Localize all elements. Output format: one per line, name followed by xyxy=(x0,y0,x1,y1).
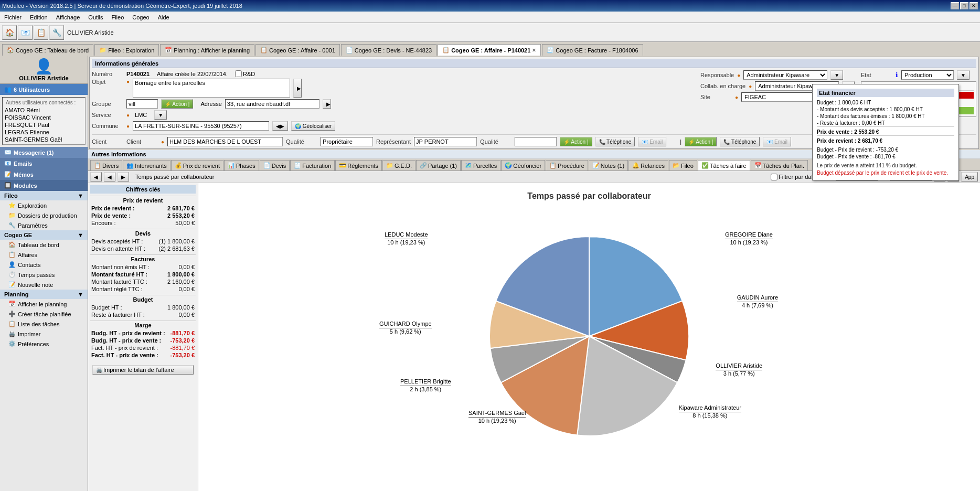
btn-action[interactable]: ⚡ Action | xyxy=(161,99,193,109)
sidebar-item-afficher-planning[interactable]: 📅Afficher le planning xyxy=(0,299,88,309)
sub-tab-notes[interactable]: 📝Notes (1) xyxy=(589,160,628,170)
btn-nav-left[interactable]: ◀ xyxy=(90,172,102,182)
sidebar-emails[interactable]: 📧 Emails xyxy=(0,158,88,169)
sidebar-item-liste-taches[interactable]: 📋Liste des tâches xyxy=(0,319,88,329)
sidebar-messaging[interactable]: ✉️ Messagerie (1) xyxy=(0,147,88,158)
sidebar-item-preferences[interactable]: ⚙️Préférences xyxy=(0,339,88,349)
montant-regle-row: Montant réglé TTC : 0,00 € xyxy=(90,285,196,293)
input-groupe[interactable] xyxy=(126,99,158,109)
btn-nav-prev[interactable]: ◀ xyxy=(104,172,115,182)
input-representant[interactable] xyxy=(414,137,477,146)
menu-affichage[interactable]: Affichage xyxy=(52,13,84,22)
maximize-button[interactable]: □ xyxy=(960,2,968,9)
sidebar-item-tableau-de-bord[interactable]: 🏠Tableau de bord xyxy=(0,240,88,250)
btn-client-action[interactable]: ⚡ Action | xyxy=(560,137,592,146)
label-service: Service xyxy=(92,112,123,118)
btn-objet-expand[interactable]: ▶ xyxy=(293,79,302,98)
sub-tab-divers[interactable]: 📋Divers xyxy=(90,160,122,170)
toolbar-btn-4[interactable]: 🔧 xyxy=(49,25,64,40)
sidebar-planning-group[interactable]: Planning ▼ xyxy=(0,290,88,299)
sub-tab-relances[interactable]: 🔔Relances xyxy=(629,160,668,170)
btn-commune[interactable]: ◀▶ xyxy=(272,121,288,131)
menu-edition[interactable]: Edition xyxy=(26,13,52,22)
rd-checkbox[interactable] xyxy=(235,70,242,77)
sub-tab-facturation[interactable]: 🧾Facturation xyxy=(290,160,335,170)
tab-affaire-0001[interactable]: 📋Cogeo GE : Affaire - 0001 xyxy=(255,44,340,56)
minimize-button[interactable]: — xyxy=(951,2,959,9)
btn-client-email[interactable]: 📧 Email xyxy=(638,137,666,146)
tab-planning[interactable]: 📅Planning : Afficher le planning xyxy=(160,44,254,56)
close-button[interactable]: ✕ xyxy=(970,2,978,9)
tab-exploration[interactable]: 📁Fileo : Exploration xyxy=(94,44,159,56)
sub-tab-geofoncier[interactable]: 🌍Géofoncier xyxy=(501,160,545,170)
btn-service[interactable]: ▼ xyxy=(154,110,167,120)
sub-tab-reglements[interactable]: 💳Règlements xyxy=(335,160,382,170)
btn-adresse-expand[interactable]: ▶ xyxy=(323,99,331,109)
select-responsable[interactable]: Administrateur Kipaware xyxy=(743,70,827,80)
sidebar-item-nouvelle-note[interactable]: 📝Nouvelle note xyxy=(0,280,88,290)
filter-date-checkbox[interactable] xyxy=(771,174,777,180)
tab-facture[interactable]: 🧾Cogeo GE : Facture - F1804006 xyxy=(542,44,643,56)
sidebar-memos[interactable]: 📝 Mémos xyxy=(0,169,88,180)
sub-tab-fileo[interactable]: 📂Fileo xyxy=(669,160,697,170)
sub-tab-devis[interactable]: 📄Devis xyxy=(260,160,290,170)
toolbar-btn-1[interactable]: 🏠 xyxy=(2,25,17,40)
btn-rep-telephone[interactable]: 📞 Téléphone xyxy=(720,137,760,146)
input-objet[interactable]: Bornage entre les parcelles xyxy=(133,79,290,98)
sub-tab-procedure[interactable]: 📋Procédure xyxy=(546,160,588,170)
btn-etat-expand[interactable]: ▼ xyxy=(957,70,970,80)
sidebar-item-creer-tache[interactable]: ➕Créer tâche planifiée xyxy=(0,309,88,319)
sidebar-users-section[interactable]: 👥 6 Utilisateurs xyxy=(0,84,88,95)
sidebar-item-exploration[interactable]: ⭐Exploration xyxy=(0,200,88,210)
sub-tab-taches-plan[interactable]: 📅Tâches du Plan. xyxy=(751,160,808,170)
btn-rep-action[interactable]: ⚡ Action | xyxy=(685,137,717,146)
menu-fileo[interactable]: Fileo xyxy=(107,13,128,22)
input-client[interactable] xyxy=(167,137,283,146)
sidebar-item-parametres[interactable]: 🔧Paramètres xyxy=(0,220,88,230)
sidebar-item-affaires[interactable]: 📋Affaires xyxy=(0,250,88,260)
btn-nav-next[interactable]: ▶ xyxy=(118,172,129,182)
menu-cogeo[interactable]: Cogeo xyxy=(128,13,153,22)
sidebar-fileo-group[interactable]: Fileo ▼ xyxy=(0,191,88,200)
btn-client-telephone[interactable]: 📞 Téléphone xyxy=(595,137,635,146)
input-qualite[interactable] xyxy=(321,137,373,146)
prix-revient-row: Prix de revient : 2 681,70 € xyxy=(90,205,196,212)
tab-close-icon[interactable]: ✕ xyxy=(532,48,536,53)
sub-tab-intervenants[interactable]: 👥Intervenants xyxy=(123,160,171,170)
form-row-numero: Numéro P140021 Affaire créée le 22/07/20… xyxy=(92,70,697,77)
sub-tab-prix-de-revient[interactable]: 💰Prix de revient xyxy=(171,160,223,170)
tab-devis[interactable]: 📄Cogeo GE : Devis - NE-44823 xyxy=(341,44,436,56)
sub-tab-taches-faire[interactable]: ✅Tâches à faire xyxy=(698,160,750,170)
sidebar-item-imprimer[interactable]: 🖨️Imprimer xyxy=(0,329,88,339)
montant-facture-row: Montant facturé HT : 1 800,00 € xyxy=(90,271,196,278)
sidebar-item-contacts[interactable]: 👤Contacts xyxy=(0,260,88,270)
input-adresse[interactable] xyxy=(225,99,319,109)
sub-tab-ged[interactable]: 📁G.E.D. xyxy=(382,160,416,170)
tab-affaire-p140021[interactable]: 📋Cogeo GE : Affaire - P140021 ✕ xyxy=(438,44,541,56)
sidebar-modules[interactable]: 🔲 Modules xyxy=(0,180,88,191)
btn-rep-email[interactable]: 📧 Email xyxy=(763,137,791,146)
input-qualite2[interactable] xyxy=(515,137,557,146)
sidebar-item-dossiers[interactable]: 📁Dossiers de production xyxy=(0,210,88,220)
sidebar-cogeo-group[interactable]: Cogeo GE ▼ xyxy=(0,230,88,240)
menu-fichier[interactable]: Fichier xyxy=(0,13,26,22)
btn-responsable-expand[interactable]: ▼ xyxy=(830,70,843,80)
toolbar-btn-3[interactable]: 📋 xyxy=(34,25,48,40)
checkbox-rd[interactable]: R&D xyxy=(235,70,255,77)
btn-filter-option[interactable]: App xyxy=(961,172,978,182)
tab-tableau-de-bord[interactable]: 🏠Cogeo GE : Tableau de bord xyxy=(2,44,93,56)
btn-imprimer-bilan[interactable]: 🖨️ Imprimer le bilan de l'affaire xyxy=(92,365,194,375)
sub-tab-phases[interactable]: 📊Phases xyxy=(224,160,259,170)
prix-vente-row: Prix de vente : 2 553,20 € xyxy=(90,212,196,219)
sub-tab-parcelles[interactable]: 🗺️Parcelles xyxy=(461,160,500,170)
menu-aide[interactable]: Aide xyxy=(154,13,174,22)
select-etat[interactable]: Production xyxy=(901,70,954,80)
btn-geolocal[interactable]: 🌍 Géolocaliser xyxy=(291,121,335,131)
reste-facturer-row: Reste à facturer HT : 0,00 € xyxy=(90,311,196,318)
sidebar-item-temps-passes[interactable]: ⏱️Temps passés xyxy=(0,270,88,280)
sub-tab-partage[interactable]: 🔗Partage (1) xyxy=(416,160,461,170)
toolbar-btn-2[interactable]: 📧 xyxy=(18,25,33,40)
chart-title: Temps passé par collaborateur xyxy=(527,191,651,201)
menu-outils[interactable]: Outils xyxy=(84,13,107,22)
input-commune[interactable] xyxy=(133,121,269,131)
